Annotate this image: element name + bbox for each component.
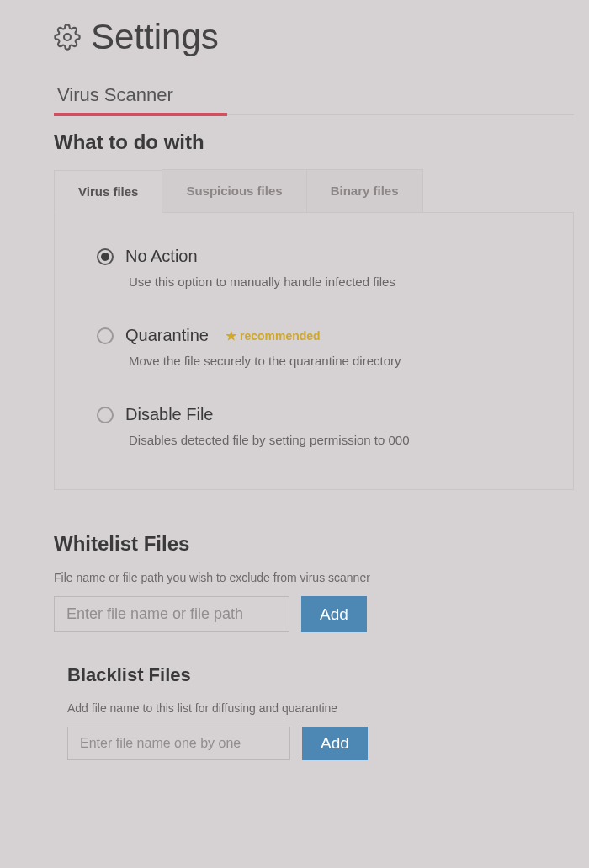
radio-quarantine[interactable] (97, 327, 114, 344)
tab-binary-files[interactable]: Binary files (306, 169, 423, 212)
radio-no-action[interactable] (97, 248, 114, 265)
blacklist-add-button[interactable]: Add (302, 727, 368, 760)
virus-files-panel: No Action Use this option to manually ha… (54, 213, 574, 490)
tab-virus-scanner[interactable]: Virus Scanner (54, 77, 177, 114)
radio-desc-quarantine: Move the file securely to the quarantine… (129, 354, 539, 368)
what-to-do-heading: What to do with (54, 130, 574, 154)
blacklist-help: Add file name to this list for diffusing… (67, 701, 574, 715)
whitelist-add-button[interactable]: Add (301, 596, 367, 632)
tab-suspicious-files[interactable]: Suspicious files (162, 169, 306, 212)
tab-virus-files[interactable]: Virus files (54, 170, 162, 213)
radio-label-no-action: No Action (125, 247, 198, 266)
recommended-text: recommended (240, 329, 321, 343)
gear-icon (54, 24, 81, 51)
whitelist-heading: Whitelist Files (54, 532, 574, 556)
radio-disable-file[interactable] (97, 407, 114, 423)
blacklist-block: Blacklist Files Add file name to this li… (54, 664, 574, 760)
radio-label-quarantine: Quarantine (125, 326, 209, 345)
svg-point-0 (64, 34, 71, 40)
blacklist-input[interactable] (67, 727, 290, 760)
option-no-action: No Action Use this option to manually ha… (97, 247, 539, 289)
page-title: Settings (91, 17, 219, 57)
whitelist-block: Whitelist Files File name or file path y… (54, 532, 574, 632)
recommended-badge: ★ recommended (226, 328, 321, 343)
whitelist-input[interactable] (54, 596, 289, 632)
whitelist-help: File name or file path you wish to exclu… (54, 571, 574, 584)
radio-desc-no-action: Use this option to manually handle infec… (129, 274, 539, 289)
option-disable-file: Disable File Disables detected file by s… (97, 405, 539, 447)
radio-label-disable-file: Disable File (125, 405, 213, 424)
option-quarantine: Quarantine ★ recommended Move the file s… (97, 326, 539, 368)
blacklist-heading: Blacklist Files (67, 664, 574, 686)
star-icon: ★ (226, 328, 236, 343)
radio-desc-disable-file: Disables detected file by setting permis… (129, 433, 539, 447)
